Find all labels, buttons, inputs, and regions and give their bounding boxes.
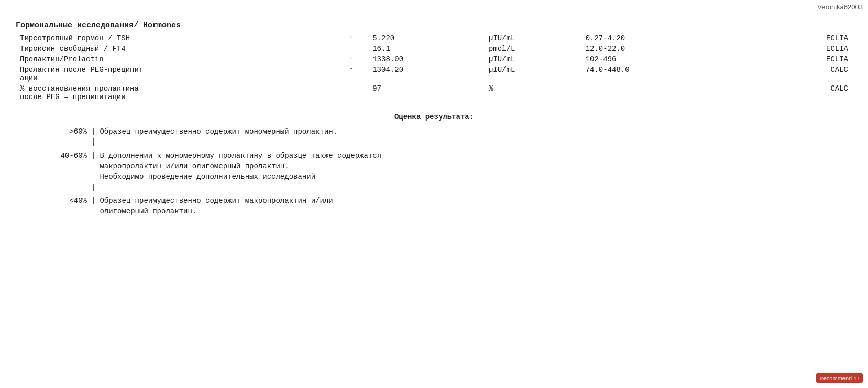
result-desc: олигомерный пролактин. <box>97 206 464 217</box>
page-container: Veronika62003 Гормональные исследования/… <box>0 0 868 388</box>
lab-table-row: Тиреотропный гормон / TSH ↑ 5.220 µIU/mL… <box>16 33 852 44</box>
test-name: Пролактин после PEG-преципит ации <box>16 64 345 83</box>
username-label: Veronika62003 <box>817 3 863 11</box>
test-range <box>581 83 737 102</box>
test-range: 12.0-22.0 <box>581 44 737 54</box>
result-sep: | <box>89 196 97 206</box>
lab-table-row: Тироксин свободный / FT4 16.1 pmol/L 12.… <box>16 44 852 54</box>
test-name: Пролактин/Prolactin <box>16 54 345 64</box>
result-row: | <box>47 137 464 147</box>
result-sep <box>89 206 97 217</box>
test-unit: µIU/mL <box>485 64 581 83</box>
result-row: <40% | Образец преимущественно содержит … <box>47 196 464 206</box>
test-range: 0.27-4.20 <box>581 33 737 44</box>
result-desc: В дополнении к мономерному пролактину в … <box>97 150 464 161</box>
result-sep: | <box>89 150 97 161</box>
test-arrow: ↑ <box>345 64 368 83</box>
test-method: ECLIA <box>736 44 852 54</box>
test-value: 1338.00 <box>368 54 485 64</box>
test-arrow: ↑ <box>345 33 368 44</box>
result-desc: Необходимо проведение дополнительных исс… <box>97 171 464 182</box>
lab-table-row: Пролактин/Prolactin ↑ 1338.00 µIU/mL 102… <box>16 54 852 64</box>
lab-results-table: Тиреотропный гормон / TSH ↑ 5.220 µIU/mL… <box>16 33 852 102</box>
test-method: ECLIA <box>736 54 852 64</box>
lab-table-row: % восстановления пролактина после PEG – … <box>16 83 852 102</box>
test-unit: % <box>485 83 581 102</box>
test-name: Тиреотропный гормон / TSH <box>16 33 345 44</box>
result-range: >60% <box>47 126 89 147</box>
result-title: Оценка результата: <box>16 113 852 121</box>
test-unit: µIU/mL <box>485 54 581 64</box>
result-table: >60% | Образец преимущественно содержит … <box>47 126 464 217</box>
test-value: 5.220 <box>368 33 485 44</box>
test-range: 102-496 <box>581 54 737 64</box>
irecommend-badge: irecommend.ru <box>816 373 863 383</box>
result-desc <box>97 137 464 147</box>
test-arrow: ↑ <box>345 54 368 64</box>
test-arrow <box>345 83 368 102</box>
test-value: 16.1 <box>368 44 485 54</box>
result-sep: | <box>89 182 97 192</box>
test-name: % восстановления пролактина после PEG – … <box>16 83 345 102</box>
result-row: макропролактин и/или олигомерный пролакт… <box>47 161 464 171</box>
lab-table-row: Пролактин после PEG-преципит ации ↑ 1304… <box>16 64 852 83</box>
test-unit: pmol/L <box>485 44 581 54</box>
result-row: | <box>47 182 464 192</box>
result-range: <40% <box>47 196 89 217</box>
result-sep <box>89 171 97 182</box>
test-value: 97 <box>368 83 485 102</box>
result-section: Оценка результата: >60% | Образец преиму… <box>16 113 852 217</box>
test-method: CALC <box>736 64 852 83</box>
result-desc <box>97 182 464 192</box>
test-value: 1304.20 <box>368 64 485 83</box>
result-row: >60% | Образец преимущественно содержит … <box>47 126 464 137</box>
result-row: Необходимо проведение дополнительных исс… <box>47 171 464 182</box>
test-unit: µIU/mL <box>485 33 581 44</box>
result-sep: | <box>89 137 97 147</box>
result-sep <box>89 161 97 171</box>
result-desc: макропролактин и/или олигомерный пролакт… <box>97 161 464 171</box>
result-desc: Образец преимущественно содержит макропр… <box>97 196 464 206</box>
result-sep: | <box>89 126 97 137</box>
result-row: 40-60% | В дополнении к мономерному прол… <box>47 150 464 161</box>
section-title: Гормональные исследования/ Hormones <box>16 21 852 30</box>
test-name: Тироксин свободный / FT4 <box>16 44 345 54</box>
result-desc: Образец преимущественно содержит мономер… <box>97 126 464 137</box>
result-row: олигомерный пролактин. <box>47 206 464 217</box>
result-range: 40-60% <box>47 150 89 192</box>
test-method: CALC <box>736 83 852 102</box>
test-range: 74.0-448.0 <box>581 64 737 83</box>
test-arrow <box>345 44 368 54</box>
test-method: ECLIA <box>736 33 852 44</box>
